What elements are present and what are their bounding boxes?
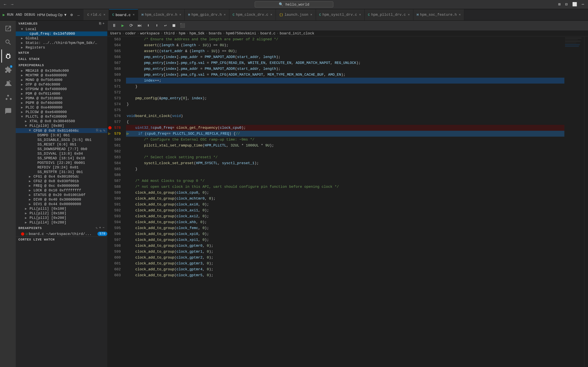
copy-icon[interactable]: ⎘ <box>96 128 98 133</box>
xp-pll-pll3[interactable]: ▶ PLL[pll3] [0x200] <box>16 216 107 220</box>
xp-pll-pll0[interactable]: ▼ PLL[pll0] [0x80] <box>16 124 107 128</box>
xp-ss-divval[interactable]: SS_DIVVAL [13:8] 0x04 <box>16 151 107 156</box>
xp-otp[interactable]: ▶ OTP @ 0xf40c8000 <box>16 82 107 87</box>
breakpoints-header[interactable]: BREAKPOINTS ✎ + − <box>16 225 107 231</box>
xp-pdma[interactable]: ▶ PDMA @ 0xf1010000 <box>16 96 107 100</box>
tab-board-c[interactable]: C board.c × <box>109 9 138 20</box>
tab-rld-c[interactable]: C rld.c × <box>84 9 109 20</box>
bc-symbol[interactable]: board_init_clock <box>280 32 314 35</box>
local-group[interactable]: ▼ Local <box>16 27 107 32</box>
xp-div0[interactable]: ▶ DIV0 @ 0x40 0x30000000 <box>16 197 107 202</box>
xp-pll-pll1[interactable]: ▶ PLL[pll1] [0x100] <box>16 206 107 211</box>
tab-close[interactable]: × <box>103 13 105 17</box>
bc-boards[interactable]: boards <box>209 32 222 35</box>
bc-hpm[interactable]: hpm <box>179 32 185 35</box>
back-icon[interactable]: ← <box>3 1 8 7</box>
call-stack-header[interactable]: CALL STACK <box>16 56 107 62</box>
debug-step-into-btn[interactable]: ⬇ <box>144 22 152 30</box>
bc-evk[interactable]: hpm6750evkmini <box>226 32 256 35</box>
bc-workspace[interactable]: workspace <box>140 32 160 35</box>
editor-scrollbar[interactable] <box>584 36 588 367</box>
sidebar-scroll[interactable]: VARIABLES ⎘ + ▼ Local cpu0_freq: 0x134fd… <box>16 21 107 367</box>
tab-hpm-soc-feature-h[interactable]: H hpm_soc_feature.h × <box>414 9 465 20</box>
tab-close[interactable]: × <box>224 13 226 17</box>
static-group[interactable]: ▶ Static: ../../third/hpm/hpm_Sdk/boards… <box>16 41 107 45</box>
add-icon[interactable]: + <box>103 22 105 25</box>
activity-search[interactable] <box>1 36 14 49</box>
bc-users[interactable]: Users <box>110 32 121 35</box>
xp-postdiv1[interactable]: POSTDIV1 [22:20] 0b001 <box>16 161 107 165</box>
edit-icon[interactable]: ✎ <box>103 128 105 133</box>
xp-xtal[interactable]: ▶ XTAL @ 0x0 0x30046500 <box>16 119 107 124</box>
xp-mchtmr[interactable]: ▶ MCHTMR @ 0xe6000000 <box>16 73 107 78</box>
xp-cfg1[interactable]: ▶ CFG1 @ 0x4 0x801805dc <box>16 174 107 179</box>
search-bar[interactable]: 🔍 hello_world <box>255 1 333 8</box>
xp-plicsw[interactable]: ▶ PLICSW @ 0xe6400000 <box>16 110 107 114</box>
xp-refdiv[interactable]: REFDIV [29:24] 0x01 <box>16 165 107 170</box>
debug-restart-btn[interactable]: ⟳ <box>127 22 135 30</box>
bp-remove-icon[interactable]: − <box>103 226 105 230</box>
tab-close[interactable]: × <box>359 13 361 17</box>
xp-pdm[interactable]: ▶ PDM @ 0xf0114000 <box>16 92 107 96</box>
split-icon[interactable]: ⊟ <box>564 1 569 8</box>
debug-step-out-btn[interactable]: ⬆ <box>153 22 161 30</box>
bp-edit-icon[interactable]: ✎ <box>96 226 98 230</box>
xp-ss-downspread[interactable]: SS_DOWNSPREAD [7:7] 0b0 <box>16 147 107 151</box>
xp-mbia18[interactable]: ▶ MBIA18 @ 0x100a8c000 <box>16 68 107 73</box>
bp-board-c[interactable]: ☑ board.c ~/workspace/third/... 578 <box>16 231 107 236</box>
tab-close[interactable]: × <box>179 13 181 17</box>
bc-file[interactable]: board.c <box>260 32 276 35</box>
layout-icon[interactable]: ⊞ <box>557 1 562 8</box>
tab-close[interactable]: × <box>133 13 135 17</box>
xp-div1[interactable]: ▶ DIV1 @ 0x44 0x00000000 <box>16 202 107 206</box>
xp-lock[interactable]: ▶ LOCK @ 0x10 0xffffffff <box>16 188 107 193</box>
debug-settings-icon[interactable]: ⚙ <box>69 12 74 18</box>
xp-pll-pll2[interactable]: ▶ PLL[pll2] [0x180] <box>16 211 107 216</box>
xperipherals-header[interactable]: XPERIPHERALS <box>16 62 107 68</box>
bp-add-icon[interactable]: + <box>99 226 101 230</box>
tab-hpm-gpio-drv-h[interactable]: H hpm_gpio_drv.h × <box>185 9 229 20</box>
debug-step-over-btn[interactable]: ⏭ <box>136 22 144 30</box>
debug-pause-btn[interactable]: ⏸ <box>110 22 118 30</box>
xp-pgpr[interactable]: ▶ PGPR @ 0xf40d4000 <box>16 100 107 105</box>
bc-third[interactable]: third <box>164 32 175 35</box>
activity-chat[interactable] <box>1 105 14 118</box>
cpu0-freq-var[interactable]: cpu0_freq: 0x134fd900 <box>16 32 107 36</box>
activity-testing[interactable] <box>1 77 14 90</box>
fullscreen-icon[interactable]: ⬜ <box>571 1 579 8</box>
xp-ss-reset[interactable]: SS_RESET [6:6] 0b1 <box>16 142 107 147</box>
activity-explorer[interactable] <box>1 22 14 35</box>
debug-config-btn[interactable]: HPM Debug Op ▼ <box>37 13 67 17</box>
tab-close[interactable]: × <box>459 13 461 17</box>
tab-close[interactable]: × <box>310 13 312 17</box>
code-content[interactable]: /* Ensure the address and the length are… <box>123 36 564 367</box>
activity-extensions[interactable]: 1 <box>1 63 14 76</box>
debug-more-icon[interactable]: … <box>76 12 81 18</box>
tab-hpm-pllctl-drv-c[interactable]: C hpm_pllctl_drv.c × <box>364 9 413 20</box>
xp-cfg2[interactable]: ▶ CFG2 @ 0x8 0x030f001b <box>16 179 107 184</box>
global-group[interactable]: ▶ Global <box>16 36 107 41</box>
debug-stop-btn[interactable]: ⏹ <box>170 22 178 30</box>
xp-cfg0[interactable]: ▼ CFG0 @ 0x0 0x8114046c ⎘ ↻ ✎ <box>16 128 107 133</box>
forward-icon[interactable]: → <box>9 1 14 7</box>
tab-hpm-sysctl-drv-c[interactable]: C hpm_sysctl_drv.c × <box>316 9 364 20</box>
copy-icon[interactable]: ⎘ <box>99 22 101 25</box>
registers-group[interactable]: ▶ Registers <box>16 45 107 50</box>
activity-debug[interactable] <box>1 50 14 63</box>
debug-play-btn[interactable]: ▶ <box>119 22 127 30</box>
xp-ss-disable[interactable]: SS_DISABLE_SSCG [5:5] 0b1 <box>16 138 107 142</box>
tab-hpm-clock-drv-h[interactable]: H hpm_clock_drv.h × <box>138 9 185 20</box>
debug-terminal-btn[interactable]: ⬛ <box>179 22 186 30</box>
bc-sdk[interactable]: hpm_Sdk <box>190 32 205 35</box>
xp-ss-spread[interactable]: SS_SPREAD [18:14] 0x10 <box>16 156 107 161</box>
xp-status[interactable]: ▶ STATUS @ 0x20 0x01001b0f <box>16 193 107 197</box>
variables-header[interactable]: VARIABLES ⎘ + <box>16 21 107 27</box>
activity-git[interactable] <box>1 91 14 104</box>
xp-ss-rstptr[interactable]: SS_RSTPTR [31:31] 0b1 <box>16 170 107 174</box>
xp-plic[interactable]: ▶ PLIC @ 0xe4000000 <box>16 105 107 110</box>
tab-launch-json[interactable]: {} launch.json × <box>276 9 316 20</box>
refresh-icon[interactable]: ↻ <box>100 128 102 133</box>
xp-otpshw[interactable]: ▶ OTPSHW @ 0xf4080000 <box>16 87 107 92</box>
cortex-watch-header[interactable]: CORTEX LIVE WATCH <box>16 236 107 243</box>
tab-close[interactable]: × <box>270 13 272 17</box>
